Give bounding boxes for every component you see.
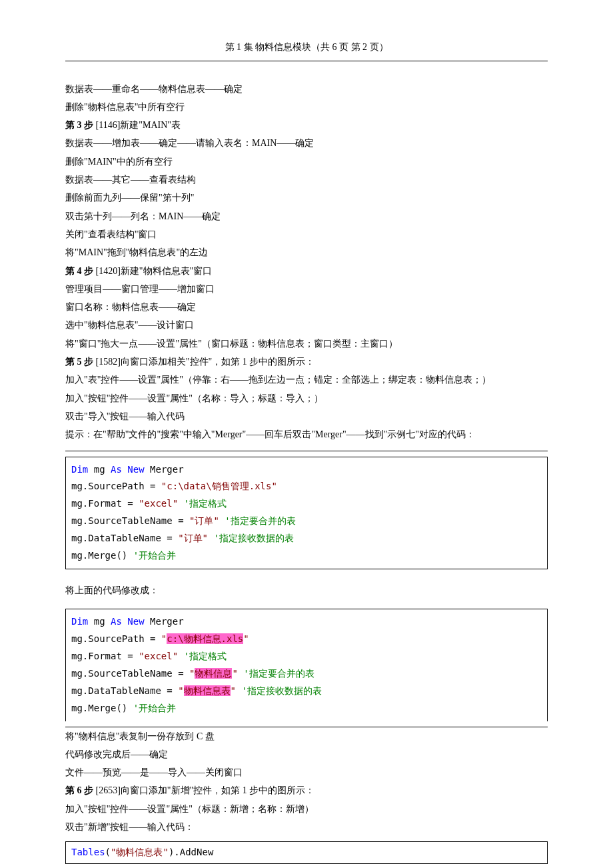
code-text: mg.DataTableName =	[71, 685, 178, 696]
code-quote: "	[232, 668, 237, 679]
body-line: 选中"物料信息表"——设计窗口	[65, 316, 548, 334]
code-text: .AddNew	[174, 847, 213, 857]
code-block-3: Tables("物料信息表").AddNew	[65, 841, 548, 864]
code-line: Tables("物料信息表").AddNew	[71, 844, 542, 861]
body-line: 双击"导入"按钮——输入代码	[65, 407, 548, 425]
body-line: 代码修改完成后——确定	[65, 745, 548, 763]
code-string: "excel"	[139, 651, 178, 661]
step-line: 第 3 步 [1146]新建"MAIN"表	[65, 116, 548, 134]
code-text: Merger	[145, 616, 184, 627]
code-comment: '开始合并	[127, 550, 176, 561]
code-comment: '开始合并	[127, 703, 176, 713]
kw-as: As	[111, 616, 122, 627]
code-comment: '指定接收数据的表	[208, 533, 294, 543]
code-line: mg.Merge() '开始合并	[71, 547, 542, 565]
code-line: mg.SourceTableName = "物料信息" '指定要合并的表	[71, 665, 542, 683]
kw-dim: Dim	[71, 616, 88, 627]
body-line: 加入"表"控件——设置"属性"（停靠：右——拖到左边一点；锚定：全部选上；绑定表…	[65, 371, 548, 389]
code-line: mg.Format = "excel" '指定格式	[71, 648, 542, 665]
kw-dim: Dim	[71, 464, 88, 475]
body-line: 数据表——其它——查看表结构	[65, 171, 548, 189]
body-line: 双击第十列——列名：MAIN——确定	[65, 207, 548, 225]
code-line: Dim mg As New Merger	[71, 461, 542, 479]
code-line: mg.Format = "excel" '指定格式	[71, 495, 542, 513]
code-text: mg.DataTableName =	[71, 533, 178, 543]
body-line: 文件——预览——是——导入——关闭窗口	[65, 763, 548, 781]
code-quote: "	[243, 633, 249, 644]
body-line: 将"窗口"拖大一点——设置"属性"（窗口标题：物料信息表；窗口类型：主窗口）	[65, 335, 548, 353]
body-line: 删除前面九列——保留"第十列"	[65, 189, 548, 207]
code-string: "c:\data\销售管理.xls"	[161, 481, 277, 491]
code-text: mg.SourcePath =	[71, 633, 161, 644]
step-rest: [1420]新建"物料信息表"窗口	[93, 266, 212, 276]
step-prefix: 第 5 步	[65, 357, 93, 367]
kw-tables: Tables	[71, 847, 105, 857]
code-text: (	[105, 847, 111, 857]
step-rest: [1146]新建"MAIN"表	[93, 120, 181, 130]
code-quote: "	[231, 685, 236, 696]
page-header: 第 1 集 物料信息模块（共 6 页 第 2 页）	[65, 39, 548, 61]
code-text: mg.SourceTableName =	[71, 515, 189, 526]
body-line: 加入"按钮"控件——设置"属性"（标题：新增；名称：新增）	[65, 800, 548, 818]
body-line: 数据表——增加表——确定——请输入表名：MAIN——确定	[65, 134, 548, 152]
body-line: 删除"MAIN"中的所有空行	[65, 153, 548, 171]
code-string: "物料信息表"	[111, 847, 169, 857]
code-line: Dim mg As New Merger	[71, 613, 542, 631]
kw-as: As	[111, 464, 122, 475]
kw-new: New	[122, 464, 145, 475]
code-comment: '指定格式	[178, 498, 227, 509]
body-line: 窗口名称：物料信息表——确定	[65, 298, 548, 316]
code-text: Merger	[145, 464, 184, 475]
step-prefix: 第 3 步	[65, 120, 93, 130]
body-line: 将上面的代码修改成：	[65, 581, 548, 599]
code-text: mg	[88, 616, 111, 627]
body-line: 删除"物料信息表"中所有空行	[65, 98, 548, 116]
code-text: mg.Format =	[71, 498, 139, 509]
code-line: mg.DataTableName = "物料信息表" '指定接收数据的表	[71, 683, 542, 700]
code-string-highlight: 物料信息表	[184, 685, 231, 696]
header-text: 第 1 集 物料信息模块（共 6 页 第 2 页）	[225, 42, 388, 52]
body-line: 将"物料信息"表复制一份存放到 C 盘	[65, 727, 548, 745]
code-text: mg.Format =	[71, 651, 139, 661]
step-prefix: 第 6 步	[65, 785, 93, 795]
body-line: 双击"新增"按钮——输入代码：	[65, 818, 548, 836]
code-line: mg.SourcePath = "c:\data\销售管理.xls"	[71, 478, 542, 495]
kw-new: New	[122, 616, 145, 627]
body-line: 管理项目——窗口管理——增加窗口	[65, 280, 548, 298]
body-line: 数据表——重命名——物料信息表——确定	[65, 80, 548, 98]
code-string: "订单"	[178, 533, 208, 543]
code-text: mg.SourcePath =	[71, 481, 161, 491]
step-prefix: 第 4 步	[65, 266, 93, 276]
body-line: 关闭"查看表结构"窗口	[65, 225, 548, 243]
code-quote: "	[178, 685, 183, 696]
code-comment: '指定要合并的表	[238, 668, 314, 679]
code-comment: '指定接收数据的表	[236, 685, 322, 696]
step-rest: [1582]向窗口添加相关"控件"，如第 1 步中的图所示：	[93, 357, 314, 367]
code-line: mg.SourcePath = "c:\物料信息.xls"	[71, 631, 542, 648]
code-text: mg.SourceTableName =	[71, 668, 189, 679]
code-comment: '指定要合并的表	[219, 515, 296, 526]
body-line: 加入"按钮"控件——设置"属性"（名称：导入；标题：导入；）	[65, 389, 548, 407]
code-string: "excel"	[139, 498, 178, 509]
code-string-highlight: 物料信息	[195, 668, 232, 679]
code-text: mg.Merge()	[71, 550, 127, 561]
code-line: mg.Merge() '开始合并	[71, 700, 542, 717]
step-line: 第 6 步 [2653]向窗口添加"新增"控件，如第 1 步中的图所示：	[65, 781, 548, 799]
code-block-2: Dim mg As New Merger mg.SourcePath = "c:…	[65, 609, 548, 721]
body-line: 将"MAIN"拖到"物料信息表"的左边	[65, 243, 548, 261]
code-comment: '指定格式	[178, 651, 227, 661]
step-line: 第 4 步 [1420]新建"物料信息表"窗口	[65, 262, 548, 280]
body-line: 提示：在"帮助"文件的"搜索"中输入"Merger"——回车后双击"Merger…	[65, 425, 548, 443]
code-line: mg.DataTableName = "订单" '指定接收数据的表	[71, 530, 542, 547]
code-string-highlight: c:\物料信息.xls	[167, 633, 243, 644]
code-line: mg.SourceTableName = "订单" '指定要合并的表	[71, 513, 542, 530]
document-body: 数据表——重命名——物料信息表——确定 删除"物料信息表"中所有空行 第 3 步…	[65, 80, 548, 868]
step-line: 第 5 步 [1582]向窗口添加相关"控件"，如第 1 步中的图所示：	[65, 353, 548, 371]
code-string: "订单"	[189, 515, 219, 526]
code-block-1: Dim mg As New Merger mg.SourcePath = "c:…	[65, 457, 548, 569]
code-text: mg	[88, 464, 111, 475]
code-text: mg.Merge()	[71, 703, 127, 713]
step-rest: [2653]向窗口添加"新增"控件，如第 1 步中的图所示：	[93, 785, 314, 795]
